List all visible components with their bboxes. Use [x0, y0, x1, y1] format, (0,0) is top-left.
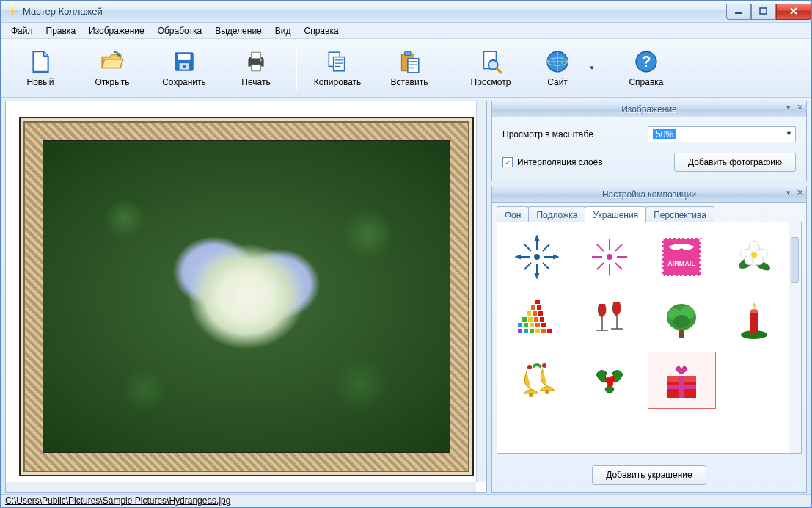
tab-perspective[interactable]: Перспектива — [645, 206, 714, 222]
zoom-combobox[interactable]: 50% ▼ — [648, 126, 796, 142]
tab-underlay[interactable]: Подложка — [528, 206, 585, 222]
composition-tabs: Фон Подложка Украшения Перспектива — [492, 203, 806, 222]
titlebar: Мастер Коллажей — [1, 1, 811, 23]
svg-rect-0 — [735, 12, 742, 14]
svg-point-63 — [545, 390, 549, 394]
panel-close-icon[interactable]: ✕ — [797, 103, 803, 112]
paste-label: Вставить — [391, 77, 428, 87]
help-icon: ? — [634, 49, 659, 74]
maximize-icon — [759, 7, 768, 15]
panel-image-header: Изображение ▾ ✕ — [492, 101, 806, 117]
help-label: Справка — [629, 77, 663, 87]
add-photo-button[interactable]: Добавить фотографию — [674, 153, 796, 172]
sticker-airmail-stamp[interactable]: AIRMAIL — [648, 228, 716, 286]
panel-close-icon[interactable]: ✕ — [797, 188, 803, 197]
svg-rect-45 — [535, 323, 540, 327]
menu-view[interactable]: Вид — [269, 24, 297, 37]
sticker-holly-leaves[interactable] — [576, 352, 644, 409]
chevron-down-icon: ▼ — [786, 130, 792, 137]
add-decoration-button[interactable]: Добавить украшение — [592, 465, 706, 485]
maximize-button[interactable] — [751, 4, 776, 20]
collage-photo[interactable] — [43, 140, 450, 453]
sticker-firework-blue[interactable] — [503, 228, 571, 286]
panel-image-title: Изображение — [621, 104, 677, 115]
minimize-button[interactable] — [726, 4, 751, 20]
window-title: Мастер Коллажей — [23, 6, 103, 17]
print-label: Печать — [241, 77, 270, 87]
app-window: Мастер Коллажей Файл Правка Изображение … — [0, 0, 812, 508]
save-label: Сохранить — [162, 77, 206, 87]
panel-collapse-icon[interactable]: ▾ — [786, 103, 791, 112]
sticker-green-tree[interactable] — [648, 290, 716, 347]
svg-rect-6 — [252, 52, 261, 59]
tab-decorations[interactable]: Украшения — [585, 206, 646, 222]
toolbar-separator — [296, 46, 297, 90]
content-area: Изображение ▾ ✕ Просмотр в масштабе 50% … — [1, 98, 811, 494]
menu-select[interactable]: Выделение — [209, 24, 268, 37]
svg-rect-7 — [252, 65, 261, 71]
sticker-firework-pink[interactable] — [576, 228, 644, 286]
svg-rect-48 — [524, 329, 528, 333]
svg-rect-47 — [518, 329, 522, 333]
svg-point-67 — [610, 376, 615, 382]
paste-button[interactable]: Вставить — [373, 42, 445, 95]
help-button[interactable]: ? Справка — [610, 42, 682, 95]
svg-point-61 — [753, 306, 756, 309]
svg-rect-12 — [405, 51, 412, 55]
menu-file[interactable]: Файл — [5, 24, 39, 37]
svg-rect-51 — [541, 329, 546, 333]
svg-rect-36 — [533, 311, 537, 316]
panel-image: Изображение ▾ ✕ Просмотр в масштабе 50% … — [491, 101, 807, 181]
canvas-vscrollbar[interactable] — [476, 101, 486, 482]
svg-rect-10 — [334, 57, 345, 70]
window-buttons — [726, 4, 811, 20]
document-new-icon — [28, 49, 53, 74]
svg-rect-46 — [541, 323, 546, 327]
svg-rect-13 — [408, 58, 419, 72]
svg-point-8 — [260, 59, 262, 61]
svg-point-20 — [535, 255, 539, 259]
magnifier-document-icon — [478, 49, 503, 74]
globe-icon — [545, 49, 570, 74]
svg-rect-37 — [538, 311, 543, 316]
zoom-label: Просмотр в масштабе — [502, 129, 634, 139]
svg-rect-40 — [534, 317, 538, 322]
print-button[interactable]: Печать — [220, 42, 292, 95]
menu-help[interactable]: Справка — [299, 24, 345, 37]
sticker-gold-bells[interactable] — [503, 352, 571, 409]
svg-rect-72 — [667, 385, 696, 389]
save-icon — [172, 49, 197, 74]
preview-button[interactable]: Просмотр — [455, 42, 527, 95]
panel-composition: Настройка композиции ▾ ✕ Фон Подложка Ук… — [491, 186, 807, 493]
open-button[interactable]: Открыть — [76, 42, 148, 95]
sticker-white-flower[interactable] — [720, 228, 789, 286]
interpolation-label: Интерполяция слоёв — [517, 157, 603, 167]
sticker-grid-scrollbar[interactable] — [789, 222, 801, 453]
copy-button[interactable]: Копировать — [301, 42, 373, 95]
sticker-color-squares[interactable] — [503, 290, 571, 347]
canvas-area[interactable] — [5, 101, 487, 493]
close-button[interactable] — [776, 4, 811, 20]
save-button[interactable]: Сохранить — [148, 42, 220, 95]
menu-edit[interactable]: Правка — [40, 24, 82, 37]
svg-rect-43 — [524, 323, 528, 327]
sticker-wine-glasses[interactable] — [576, 290, 644, 347]
menu-image[interactable]: Изображение — [83, 24, 150, 37]
panel-collapse-icon[interactable]: ▾ — [786, 188, 791, 197]
new-button[interactable]: Новый — [4, 42, 76, 95]
statusbar: C:\Users\Public\Pictures\Sample Pictures… — [1, 494, 811, 507]
site-button[interactable]: Сайт — [527, 42, 588, 95]
site-dropdown-arrow[interactable]: ▼ — [588, 65, 596, 71]
printer-icon — [244, 49, 268, 74]
paste-icon — [397, 49, 422, 74]
tab-background[interactable]: Фон — [497, 206, 529, 222]
sticker-red-candle[interactable] — [720, 290, 789, 347]
sticker-gift-box[interactable] — [648, 352, 716, 409]
canvas-hscrollbar[interactable] — [6, 482, 476, 492]
panel-composition-title: Настройка композиции — [602, 189, 696, 200]
interpolation-checkbox[interactable]: ✓ — [502, 157, 513, 167]
status-path: C:\Users\Public\Pictures\Sample Pictures… — [5, 496, 230, 506]
menu-process[interactable]: Обработка — [152, 24, 208, 37]
svg-point-68 — [607, 381, 613, 387]
site-label: Сайт — [547, 77, 568, 87]
